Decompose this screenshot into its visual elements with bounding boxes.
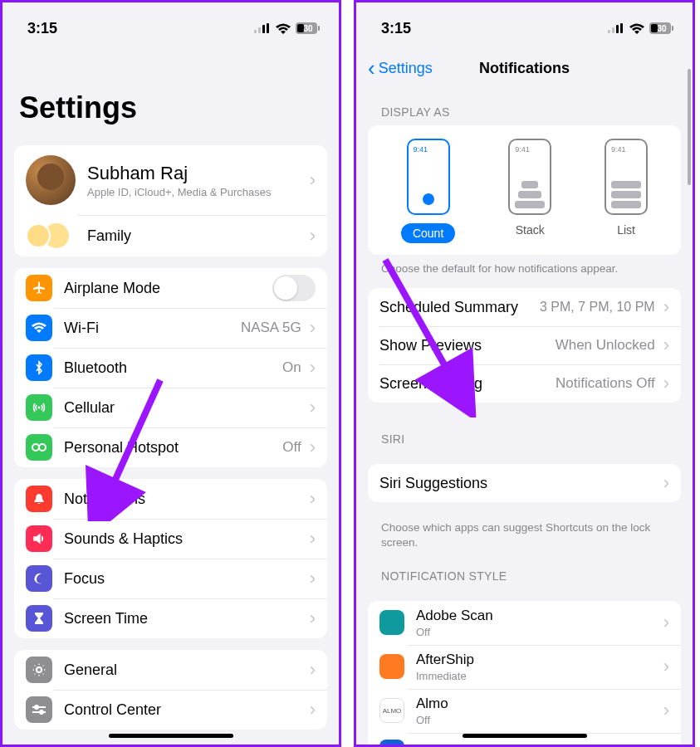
right-screenshot: 3:15 30 ‹ Settings Notifications DISPLAY… [354, 0, 695, 747]
profile-name: Subham Raj [87, 163, 305, 184]
screen-sharing-row[interactable]: Screen Sharing Notifications Off › [368, 364, 681, 403]
chevron-icon: › [305, 317, 316, 339]
display-option-stack[interactable]: 9:41 Stack [508, 139, 551, 243]
chevron-icon: › [305, 169, 316, 191]
battery-icon: 30 [649, 22, 674, 34]
controlcenter-row[interactable]: Control Center › [14, 690, 327, 730]
profile-subtitle: Apple ID, iCloud+, Media & Purchases [87, 186, 305, 198]
display-as-header: DISPLAY AS [356, 87, 693, 125]
svg-rect-3 [267, 23, 269, 33]
svg-point-11 [37, 667, 42, 672]
chevron-icon: › [658, 296, 669, 318]
svg-rect-20 [620, 23, 623, 33]
status-time: 3:15 [381, 20, 411, 37]
scheduled-summary-row[interactable]: Scheduled Summary 3 PM, 7 PM, 10 PM › [368, 288, 681, 326]
wifi-row[interactable]: Wi-Fi NASA 5G › [14, 308, 327, 348]
airplane-toggle[interactable] [272, 275, 316, 301]
display-option-count[interactable]: 9:41 Count [401, 139, 455, 243]
chevron-icon: › [658, 612, 669, 633]
status-time: 3:15 [27, 20, 57, 37]
app-name: Adobe Scan [416, 608, 658, 624]
chevron-icon: › [305, 357, 316, 378]
avatar [26, 155, 76, 205]
left-screenshot: 3:15 30 Settings Subham Raj Apple ID, iC… [0, 0, 341, 747]
system-group: General › Control Center › [14, 650, 327, 730]
siri-group: Siri Suggestions › [368, 464, 681, 502]
app-name: Alpha Progr. [416, 744, 658, 745]
chevron-icon: › [658, 334, 669, 356]
focus-row[interactable]: Focus › [14, 559, 327, 598]
app-sub: Off [416, 714, 658, 726]
chevron-icon: › [658, 700, 669, 721]
general-row[interactable]: General › [14, 650, 327, 690]
cellular-row[interactable]: Cellular › [14, 388, 327, 427]
notifications-row[interactable]: Notifications › [14, 479, 327, 519]
apple-id-row[interactable]: Subham Raj Apple ID, iCloud+, Media & Pu… [14, 145, 327, 215]
chevron-icon: › [658, 656, 669, 677]
wifi-icon [26, 315, 52, 341]
family-row[interactable]: Family › [14, 215, 327, 256]
home-indicator [109, 734, 233, 738]
status-icons: 30 [254, 22, 321, 34]
speaker-icon [26, 525, 52, 552]
moon-icon [26, 565, 52, 592]
airplane-row[interactable]: Airplane Mode [14, 268, 327, 308]
svg-rect-18 [612, 27, 614, 33]
notifications-content: DISPLAY AS 9:41 Count 9:41 Stack 9:41 Li… [356, 87, 693, 745]
siri-suggestions-row[interactable]: Siri Suggestions › [368, 464, 681, 502]
screentime-row[interactable]: Screen Time › [14, 598, 327, 638]
siri-footer: Choose which apps can suggest Shortcuts … [356, 514, 693, 550]
airplane-icon [26, 275, 52, 301]
cellular-icon [26, 394, 52, 421]
svg-point-10 [39, 444, 46, 451]
cellular-icon [608, 23, 624, 33]
chevron-icon: › [305, 699, 316, 720]
chevron-left-icon: ‹ [368, 57, 375, 79]
svg-rect-1 [258, 27, 261, 33]
svg-rect-17 [608, 30, 610, 33]
svg-rect-24 [672, 26, 673, 31]
chevron-icon: › [658, 741, 669, 745]
gear-icon [26, 657, 52, 683]
hotspot-icon [26, 434, 52, 461]
app-sub: Immediate [416, 670, 658, 682]
status-bar: 3:15 30 [2, 2, 339, 44]
svg-point-14 [35, 706, 38, 709]
chevron-icon: › [305, 568, 316, 589]
battery-icon: 30 [296, 22, 321, 34]
bell-icon [26, 486, 52, 512]
scrollbar[interactable] [688, 69, 691, 185]
chevron-icon: › [305, 397, 316, 418]
app-row[interactable]: ALMOAlmoOff› [368, 689, 681, 733]
chevron-icon: › [305, 659, 316, 681]
bluetooth-row[interactable]: Bluetooth On › [14, 348, 327, 388]
style-header: NOTIFICATION STYLE [356, 551, 693, 589]
back-button[interactable]: ‹ Settings [368, 57, 433, 79]
chevron-icon: › [658, 373, 669, 394]
app-name: Almo [416, 696, 658, 712]
hourglass-icon [26, 605, 52, 632]
app-icon [379, 610, 404, 635]
connectivity-group: Airplane Mode Wi-Fi NASA 5G › Bluetooth … [14, 268, 327, 467]
settings-content: Settings Subham Raj Apple ID, iCloud+, M… [2, 44, 339, 745]
chevron-icon: › [305, 488, 316, 510]
status-icons: 30 [608, 22, 674, 34]
attention-group: Notifications › Sounds & Haptics › Focus… [14, 479, 327, 638]
app-row[interactable]: AfterShipImmediate› [368, 645, 681, 689]
svg-point-9 [32, 444, 39, 451]
sounds-row[interactable]: Sounds & Haptics › [14, 519, 327, 559]
svg-rect-0 [254, 30, 257, 33]
family-icon [26, 222, 76, 250]
chevron-icon: › [658, 472, 669, 494]
app-row[interactable]: Adobe ScanOff› [368, 601, 681, 645]
display-as-card: 9:41 Count 9:41 Stack 9:41 List [368, 125, 681, 255]
app-icon: ALMO [379, 698, 404, 723]
siri-header: SIRI [356, 414, 693, 452]
home-indicator [463, 734, 587, 738]
wifi-icon [276, 23, 291, 34]
display-option-list[interactable]: 9:41 List [605, 139, 648, 243]
status-bar: 3:15 30 [356, 2, 693, 44]
svg-point-8 [38, 407, 41, 409]
show-previews-row[interactable]: Show Previews When Unlocked › [368, 326, 681, 364]
hotspot-row[interactable]: Personal Hotspot Off › [14, 427, 327, 467]
